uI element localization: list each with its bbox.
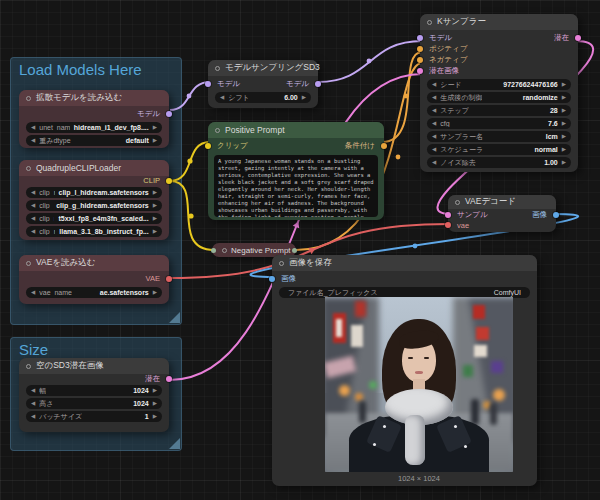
samples-input-slot[interactable] [445, 212, 451, 218]
collapse-dot-icon[interactable] [455, 200, 460, 205]
node-vae-decode[interactable]: VAEデコード サンプル 画像 vae [448, 195, 556, 232]
model-output-slot[interactable] [166, 111, 172, 117]
widget-batch-size[interactable]: ◀ バッチサイズ 1 ▶ [26, 411, 162, 422]
decrement-arrow-icon[interactable]: ◀ [432, 108, 436, 114]
model-input-slot[interactable] [205, 81, 211, 87]
decrement-arrow-icon[interactable]: ◀ [31, 190, 35, 196]
model-output-slot[interactable] [315, 81, 321, 87]
increment-arrow-icon[interactable]: ▶ [302, 95, 306, 101]
collapse-dot-icon[interactable] [26, 261, 31, 266]
increment-arrow-icon[interactable]: ▶ [562, 82, 566, 88]
node-save-image[interactable]: 画像を保存 画像 ファイル名_プレフィックス ComfyUI [272, 255, 537, 486]
widget-shift[interactable]: ◀ シフト 6.00 ▶ [215, 92, 311, 103]
collapse-dot-icon[interactable] [26, 364, 31, 369]
node-ksampler[interactable]: Kサンプラー モデル 潜在 ポジティブ ネガティブ 潜在画像 ◀ [420, 14, 578, 172]
node-graph-canvas[interactable]: Load Models Here Size [0, 0, 600, 500]
increment-arrow-icon[interactable]: ▶ [562, 108, 566, 114]
conditioning-output-slot[interactable] [381, 143, 387, 149]
increment-arrow-icon[interactable]: ▶ [153, 414, 157, 420]
collapse-dot-icon[interactable] [215, 66, 220, 71]
clip-output-slot[interactable] [166, 178, 172, 184]
widget-weight-dtype[interactable]: ◀ 重みdtype default ▶ [26, 135, 162, 146]
increment-arrow-icon[interactable]: ▶ [153, 401, 157, 407]
widget-sampler-name[interactable]: ◀ サンプラー名 lcm ▶ [427, 131, 571, 142]
widget-clip-name1[interactable]: ◀ clip_name1 clip_l_hidream.safetensors … [26, 187, 162, 198]
widget-control-after-generate[interactable]: ◀ 生成後の制御 randomize ▶ [427, 92, 571, 103]
positive-input-slot[interactable] [417, 46, 423, 52]
latent-output-slot[interactable] [575, 35, 581, 41]
collapsed-input-slot[interactable] [211, 248, 216, 253]
widget-seed[interactable]: ◀ シード 97276624476166 ▶ [427, 79, 571, 90]
decrement-arrow-icon[interactable]: ◀ [432, 82, 436, 88]
group-resize-handle[interactable] [169, 438, 180, 449]
negative-input-slot[interactable] [417, 57, 423, 63]
widget-denoise[interactable]: ◀ ノイズ除去 1.00 ▶ [427, 157, 571, 168]
decrement-arrow-icon[interactable]: ◀ [432, 160, 436, 166]
increment-arrow-icon[interactable]: ▶ [562, 134, 566, 140]
collapse-dot-icon[interactable] [222, 248, 227, 253]
group-title[interactable]: Load Models Here [11, 58, 181, 81]
decrement-arrow-icon[interactable]: ◀ [31, 216, 35, 222]
photo-subject-eye [424, 357, 429, 359]
group-resize-handle[interactable] [169, 312, 180, 323]
decrement-arrow-icon[interactable]: ◀ [31, 401, 35, 407]
node-load-diffusion-model[interactable]: 拡散モデルを読み込む モデル ◀ unet_name hidream_i1_de… [19, 90, 169, 148]
increment-arrow-icon[interactable]: ▶ [562, 121, 566, 127]
decrement-arrow-icon[interactable]: ◀ [432, 147, 436, 153]
increment-arrow-icon[interactable]: ▶ [562, 147, 566, 153]
collapsed-output-slot[interactable] [292, 248, 297, 253]
increment-arrow-icon[interactable]: ▶ [153, 138, 157, 144]
widget-clip-name2[interactable]: ◀ clip_name2 clip_g_hidream.safetensors … [26, 200, 162, 211]
decrement-arrow-icon[interactable]: ◀ [31, 414, 35, 420]
preview-image[interactable] [325, 297, 513, 472]
node-load-vae[interactable]: VAEを読み込む VAE ◀ vae_name ae.safetensors ▶ [19, 255, 169, 304]
increment-arrow-icon[interactable]: ▶ [153, 203, 157, 209]
increment-arrow-icon[interactable]: ▶ [562, 160, 566, 166]
decrement-arrow-icon[interactable]: ◀ [31, 138, 35, 144]
decrement-arrow-icon[interactable]: ◀ [31, 290, 35, 296]
widget-clip-name3[interactable]: ◀ clip_name3 t5xxl_fp8_e4m3fn_scaled... … [26, 213, 162, 224]
collapse-dot-icon[interactable] [427, 20, 432, 25]
clip-input-slot[interactable] [205, 143, 211, 149]
decrement-arrow-icon[interactable]: ◀ [31, 388, 35, 394]
widget-cfg[interactable]: ◀ cfg 7.6 ▶ [427, 118, 571, 129]
widget-unet-name[interactable]: ◀ unet_name hidream_i1_dev_fp8.... ▶ [26, 122, 162, 133]
widget-clip-name4[interactable]: ◀ clip_name4 llama_3.1_8b_instruct_fp...… [26, 226, 162, 237]
vae-output-slot[interactable] [166, 276, 172, 282]
increment-arrow-icon[interactable]: ▶ [153, 388, 157, 394]
node-model-sampling-sd3[interactable]: モデルサンプリングSD3 モデル モデル ◀ シフト 6.00 ▶ [208, 60, 318, 108]
decrement-arrow-icon[interactable]: ◀ [432, 95, 436, 101]
latent-image-input-slot[interactable] [417, 68, 423, 74]
decrement-arrow-icon[interactable]: ◀ [432, 121, 436, 127]
collapse-dot-icon[interactable] [26, 166, 31, 171]
decrement-arrow-icon[interactable]: ◀ [31, 203, 35, 209]
increment-arrow-icon[interactable]: ▶ [153, 216, 157, 222]
collapse-dot-icon[interactable] [26, 96, 31, 101]
latent-output-slot[interactable] [166, 376, 172, 382]
model-input-slot[interactable] [417, 35, 423, 41]
image-input-slot[interactable] [269, 276, 275, 282]
prompt-textarea[interactable]: A young Japanese woman stands on a bustl… [214, 155, 378, 217]
vae-input-slot[interactable] [445, 222, 451, 228]
widget-steps[interactable]: ◀ ステップ 28 ▶ [427, 105, 571, 116]
image-output-slot[interactable] [553, 212, 559, 218]
node-positive-prompt[interactable]: Positive Prompt クリップ 条件付け A young Japane… [208, 122, 384, 220]
photo-sign [351, 325, 363, 347]
increment-arrow-icon[interactable]: ▶ [153, 190, 157, 196]
node-empty-sd3-latent[interactable]: 空のSD3潜在画像 潜在 ◀ 幅 1024 ▶ ◀ 高さ 1024 ▶ ◀ バッ… [19, 358, 169, 432]
increment-arrow-icon[interactable]: ▶ [153, 290, 157, 296]
increment-arrow-icon[interactable]: ▶ [562, 95, 566, 101]
collapse-dot-icon[interactable] [279, 261, 284, 266]
decrement-arrow-icon[interactable]: ◀ [31, 229, 35, 235]
increment-arrow-icon[interactable]: ▶ [153, 125, 157, 131]
widget-scheduler[interactable]: ◀ スケジューラ normal ▶ [427, 144, 571, 155]
decrement-arrow-icon[interactable]: ◀ [432, 134, 436, 140]
decrement-arrow-icon[interactable]: ◀ [31, 125, 35, 131]
node-quadruple-clip-loader[interactable]: QuadrupleCLIPLoader CLIP ◀ clip_name1 cl… [19, 160, 169, 240]
widget-height[interactable]: ◀ 高さ 1024 ▶ [26, 398, 162, 409]
widget-width[interactable]: ◀ 幅 1024 ▶ [26, 385, 162, 396]
decrement-arrow-icon[interactable]: ◀ [220, 95, 224, 101]
widget-vae-name[interactable]: ◀ vae_name ae.safetensors ▶ [26, 287, 162, 298]
collapse-dot-icon[interactable] [215, 128, 220, 133]
increment-arrow-icon[interactable]: ▶ [153, 229, 157, 235]
